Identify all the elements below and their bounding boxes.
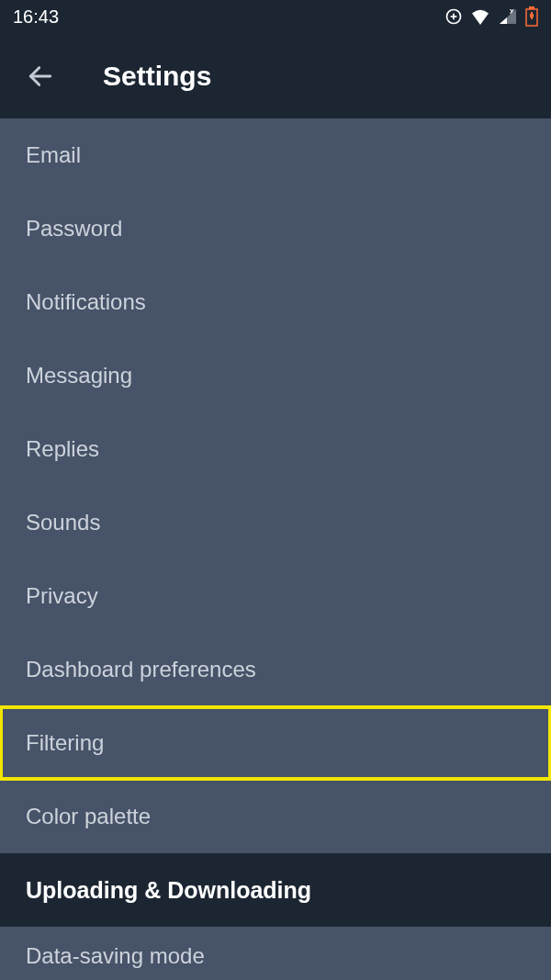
section-header-uploading-downloading: Uploading & Downloading (0, 853, 551, 927)
svg-rect-7 (531, 12, 533, 19)
list-item-label: Replies (26, 436, 99, 462)
settings-item-email[interactable]: Email (0, 118, 551, 192)
list-item-label: Privacy (26, 583, 98, 609)
settings-list: Email Password Notifications Messaging R… (0, 118, 551, 853)
settings-item-replies[interactable]: Replies (0, 412, 551, 486)
list-item-label: Messaging (26, 363, 132, 389)
page-title: Settings (103, 61, 211, 92)
arrow-left-icon (26, 62, 55, 91)
settings-item-messaging[interactable]: Messaging (0, 339, 551, 412)
settings-item-dashboard-preferences[interactable]: Dashboard preferences (0, 633, 551, 706)
status-bar: 16:43 x (0, 0, 551, 33)
back-button[interactable] (22, 58, 59, 95)
list-item-label: Dashboard preferences (26, 657, 256, 682)
list-item-label: Notifications (26, 289, 146, 315)
settings-item-filtering[interactable]: Filtering (0, 706, 551, 780)
list-item-label: Password (26, 216, 122, 242)
list-item-label: Color palette (26, 804, 151, 829)
list-item-label: Email (26, 142, 81, 168)
settings-item-privacy[interactable]: Privacy (0, 559, 551, 633)
app-bar: Settings (0, 33, 551, 118)
settings-item-data-saving-mode[interactable]: Data-saving mode (0, 927, 551, 973)
list-item-label: Filtering (26, 730, 104, 756)
settings-item-color-palette[interactable]: Color palette (0, 780, 551, 853)
list-item-label: Data-saving mode (26, 943, 205, 969)
status-icons: x (444, 6, 538, 27)
cellular-icon: x (498, 7, 518, 26)
settings-item-sounds[interactable]: Sounds (0, 486, 551, 559)
list-item-label: Sounds (26, 510, 100, 535)
settings-item-password[interactable]: Password (0, 192, 551, 265)
wifi-icon (470, 8, 490, 25)
status-time: 16:43 (13, 6, 59, 28)
battery-icon (525, 6, 538, 27)
settings-item-notifications[interactable]: Notifications (0, 265, 551, 339)
refresh-icon (444, 7, 463, 26)
